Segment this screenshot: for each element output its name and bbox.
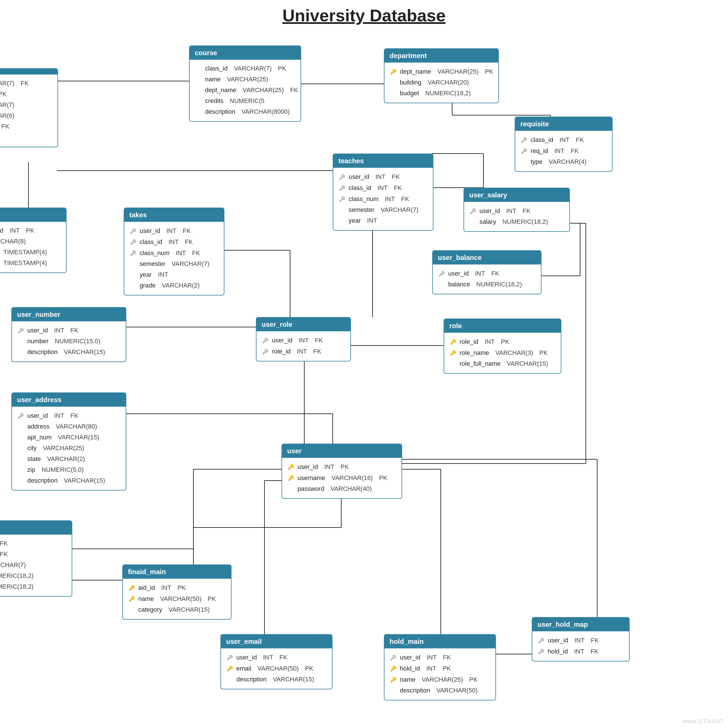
column-type: INT — [485, 336, 494, 347]
key-icon — [390, 663, 397, 674]
column-name: name — [400, 674, 416, 685]
column-name: building — [400, 77, 421, 88]
column-name: class_num — [140, 248, 170, 258]
entity-header: user_role — [257, 318, 350, 331]
entity-user_address[interactable]: user_addressuser_idINTFKaddressVARCHAR(8… — [11, 392, 126, 491]
table-row: NUMERIC(18,2) — [0, 570, 67, 581]
fk-key-icon — [262, 335, 269, 346]
column-type: INT FK — [0, 549, 8, 560]
entity-finaid_main[interactable]: finaid_mainaid_idINTPKnameVARCHAR(50)PKc… — [122, 564, 231, 619]
column-tag: FK — [576, 135, 584, 145]
table-row: nameVARCHAR(25) — [195, 74, 295, 85]
column-type: VARCHAR(50) — [436, 685, 477, 696]
entity-requisite[interactable]: requisiteclass_idINTFKreq_idINTFKtypeVAR… — [515, 116, 613, 172]
column-type: NUMERIC(18,2) — [0, 581, 34, 592]
table-row: user_idINTFK — [537, 635, 624, 646]
column-type: VARCHAR(4) — [549, 156, 587, 167]
column-name: role_id — [460, 336, 478, 347]
column-name: hold_id — [400, 663, 420, 674]
table-row: class_numINTFK — [129, 248, 219, 258]
column-type: VARCHAR(3) — [496, 347, 533, 358]
column-type: INT — [367, 215, 377, 226]
table-row: mINTPK — [0, 89, 52, 99]
entity-teaches[interactable]: teachesuser_idINTFKclass_idINTFKclass_nu… — [333, 154, 433, 231]
entity-section[interactable]: VARCHAR(7)FKmINTPKVARCHAR(7)VARCHAR(6)_i… — [0, 68, 58, 147]
entity-hold_main[interactable]: hold_mainuser_idINTFKhold_idINTPKnameVAR… — [384, 634, 496, 700]
column-type: VARCHAR(80) — [56, 421, 97, 432]
entity-header: user_email — [221, 635, 332, 648]
column-name: user_id — [548, 635, 568, 646]
column-type: NUMERIC(5 — [230, 96, 265, 106]
entity-user_balance[interactable]: user_balanceuser_idINTFKbalanceNUMERIC(1… — [432, 250, 541, 294]
entity-header: takes — [124, 208, 224, 222]
column-name: semester — [140, 258, 165, 269]
fk-key-icon — [129, 236, 137, 248]
column-type: VARCHAR(7) — [381, 205, 418, 215]
column-type: NUMERIC(18,2) — [0, 570, 34, 581]
column-type: INT — [377, 183, 387, 193]
column-type: VARCHAR(8) — [0, 236, 26, 247]
column-name: hold_id — [548, 646, 568, 657]
column-tag: FK — [70, 325, 78, 336]
fk-key-icon — [520, 134, 528, 145]
column-name: user_id — [272, 335, 292, 346]
table-row: VARCHAR(7) — [0, 560, 67, 570]
fk-key-icon — [338, 193, 346, 205]
column-name: aid_id — [138, 583, 155, 593]
column-type: VARCHAR(2) — [47, 454, 85, 464]
entity-header — [0, 69, 57, 75]
entity-role[interactable]: rolerole_idINTPKrole_nameVARCHAR(3)PKrol… — [444, 318, 561, 374]
entity-user_salary[interactable]: user_salaryuser_idINTFKsalaryNUMERIC(18,… — [463, 188, 570, 232]
entity-slot[interactable]: slot_slot_idINTPKVARCHAR(8)_timeTIMESTAM… — [0, 208, 67, 273]
table-row: class_idINTFK — [520, 134, 607, 145]
table-row: dept_nameVARCHAR(25)PK — [390, 66, 493, 77]
entity-user_email[interactable]: user_emailuser_idINTFKemailVARCHAR(50)PK… — [220, 634, 332, 689]
column-tag: FK — [571, 145, 579, 156]
column-name: budget — [400, 88, 419, 99]
column-name: description — [400, 685, 430, 696]
column-type: VARCHAR(6) — [0, 110, 14, 121]
entity-user_role[interactable]: user_roleuser_idINTFKrole_idINTFK — [256, 317, 351, 361]
column-type: VARCHAR(8000) — [242, 106, 290, 117]
table-row: VARCHAR(6) — [0, 110, 52, 121]
column-name: description — [205, 106, 235, 117]
column-type: VARCHAR(50) — [160, 593, 201, 604]
entity-takes[interactable]: takesuser_idINTFKclass_idINTFKclass_numI… — [124, 208, 224, 295]
entity-user[interactable]: useruser_idINTPKusernameVARCHAR(16)PKpas… — [281, 444, 402, 499]
table-row: descriptionVARCHAR(15) — [17, 347, 121, 358]
column-type: NUMERIC(18,2) — [503, 216, 548, 227]
table-row: buildingVARCHAR(20) — [390, 77, 493, 88]
column-tag: FK — [183, 225, 191, 236]
entity-header: d_map — [0, 521, 72, 535]
column-type: INT — [158, 269, 168, 280]
entity-course[interactable]: courseclass_idVARCHAR(7)PKnameVARCHAR(25… — [189, 46, 301, 122]
column-tag: FK — [443, 652, 451, 663]
entity-body: role_idINTPKrole_nameVARCHAR(3)PKrole_fu… — [444, 333, 561, 373]
column-type: VARCHAR(25) — [243, 85, 284, 96]
column-name: address — [27, 421, 49, 432]
column-type: INT — [426, 663, 436, 674]
column-name: class_id — [531, 135, 553, 145]
column-name: state — [27, 454, 41, 464]
column-type: VARCHAR(15) — [58, 432, 99, 443]
entity-header: user_balance — [433, 251, 541, 265]
entity-user_number[interactable]: user_numberuser_idINTFKnumberNUMERIC(15,… — [11, 307, 126, 362]
entity-department[interactable]: departmentdept_nameVARCHAR(25)PKbuilding… — [384, 48, 499, 103]
entity-user_hold_map[interactable]: user_hold_mapuser_idINTFKhold_idINTFK — [532, 617, 630, 661]
column-name: description — [236, 674, 266, 685]
entity-body: user_idINTFKrole_idINTFK — [257, 331, 350, 361]
entity-d_map[interactable]: d_mapINT FKINT FKVARCHAR(7)NUMERIC(18,2)… — [0, 520, 72, 596]
table-row: passwordVARCHAR(40) — [287, 483, 396, 494]
table-row: class_idINTFK — [338, 182, 428, 193]
table-row: role_idINTFK — [262, 346, 345, 357]
entity-header: user — [282, 444, 402, 458]
column-name: user_id — [140, 225, 160, 236]
table-row: balanceNUMERIC(18,2) — [438, 279, 536, 290]
column-name: description — [27, 347, 57, 358]
fk-key-icon — [537, 635, 545, 646]
column-type: INT — [506, 206, 516, 216]
entity-header: finaid_main — [123, 565, 231, 579]
page-title: University Database — [0, 6, 728, 25]
column-name: salary — [479, 216, 496, 227]
table-row: emailVARCHAR(50)PK — [226, 663, 327, 674]
